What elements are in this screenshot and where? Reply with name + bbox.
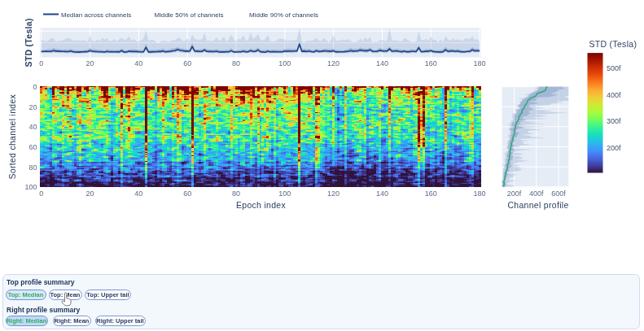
svg-text:60: 60 — [183, 189, 191, 198]
svg-text:20: 20 — [85, 189, 94, 198]
svg-text:20: 20 — [85, 59, 94, 68]
svg-text:STD (Tesla): STD (Tesla) — [589, 39, 637, 49]
svg-text:120: 120 — [327, 189, 340, 198]
svg-text:Middle 90% of channels: Middle 90% of channels — [249, 11, 318, 19]
svg-text:180: 180 — [474, 189, 486, 198]
svg-text:180: 180 — [474, 59, 486, 68]
svg-text:100: 100 — [24, 183, 37, 191]
svg-text:40: 40 — [134, 189, 142, 198]
svg-text:60: 60 — [28, 143, 37, 151]
svg-text:Epoch index: Epoch index — [236, 200, 287, 210]
svg-text:200f: 200f — [507, 189, 522, 198]
svg-text:STD (Tesla): STD (Tesla) — [24, 18, 33, 67]
svg-text:Sorted channel index: Sorted channel index — [7, 94, 17, 179]
svg-text:160: 160 — [425, 189, 437, 198]
svg-text:160: 160 — [425, 59, 437, 68]
svg-text:300f: 300f — [607, 117, 621, 125]
svg-text:140: 140 — [376, 59, 388, 68]
svg-text:0: 0 — [39, 59, 43, 68]
svg-text:500f: 500f — [607, 64, 621, 72]
svg-text:Middle 50% of channels: Middle 50% of channels — [155, 11, 224, 19]
svg-text:20: 20 — [28, 103, 37, 111]
svg-text:200f: 200f — [607, 144, 621, 152]
svg-text:40: 40 — [134, 59, 142, 68]
svg-text:80: 80 — [28, 163, 37, 172]
svg-text:400f: 400f — [529, 189, 544, 198]
svg-text:40: 40 — [28, 123, 37, 131]
svg-text:140: 140 — [376, 189, 388, 198]
svg-text:0: 0 — [33, 83, 37, 91]
svg-text:120: 120 — [327, 59, 340, 68]
svg-text:60: 60 — [183, 59, 191, 68]
svg-text:0: 0 — [39, 189, 43, 198]
svg-text:80: 80 — [232, 59, 240, 68]
svg-text:Channel profile: Channel profile — [507, 200, 568, 210]
svg-text:100: 100 — [278, 59, 291, 68]
svg-text:400f: 400f — [607, 91, 621, 99]
svg-text:100: 100 — [278, 189, 291, 198]
svg-text:Median across channels: Median across channels — [61, 11, 131, 19]
svg-text:80: 80 — [232, 189, 240, 198]
svg-text:600f: 600f — [551, 189, 566, 198]
